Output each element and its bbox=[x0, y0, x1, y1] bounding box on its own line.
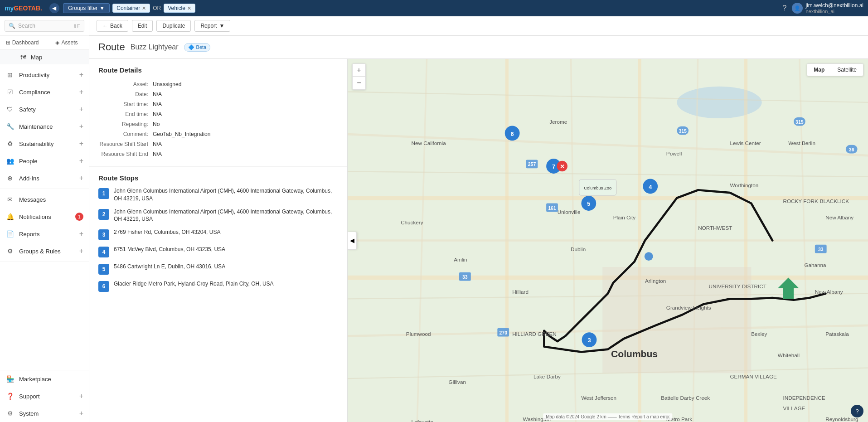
notifications-icon: 🔔 bbox=[5, 212, 15, 221]
sidebar-item-sustainability[interactable]: ♻ Sustainability + bbox=[0, 135, 89, 152]
svg-text:GERMAN VILLAGE: GERMAN VILLAGE bbox=[730, 373, 777, 379]
field-value: N/A bbox=[153, 139, 338, 149]
compliance-label: Compliance bbox=[19, 89, 79, 96]
report-button[interactable]: Report ▼ bbox=[194, 20, 230, 32]
svg-text:5: 5 bbox=[587, 200, 590, 207]
sidebar-item-groups-rules[interactable]: ⚙ Groups & Rules + bbox=[0, 243, 89, 260]
maintenance-plus-icon[interactable]: + bbox=[79, 122, 83, 131]
list-item: 1 John Glenn Columbus International Airp… bbox=[98, 187, 338, 203]
system-plus-icon[interactable]: + bbox=[79, 409, 83, 417]
edit-label: Edit bbox=[138, 23, 147, 29]
map-svg: 6 7 ✕ 4 5 bbox=[348, 59, 868, 422]
svg-text:Gahanna: Gahanna bbox=[804, 262, 826, 268]
safety-plus-icon[interactable]: + bbox=[79, 105, 83, 113]
stop-number: 5 bbox=[98, 264, 109, 275]
sidebar-collapse-button[interactable]: ◀ bbox=[49, 3, 59, 13]
dashboard-button[interactable]: ⊞ Dashboard bbox=[0, 36, 44, 49]
sidebar-item-marketplace[interactable]: 🏪 Marketplace bbox=[0, 370, 89, 388]
svg-text:Hilliard: Hilliard bbox=[512, 289, 529, 295]
map-container[interactable]: 6 7 ✕ 4 5 bbox=[348, 59, 868, 422]
sidebar-item-notifications[interactable]: 🔔 Notifications 1 bbox=[0, 208, 89, 225]
svg-text:Columbus: Columbus bbox=[611, 349, 658, 359]
nav-group-bottom: ✉ Messages 🔔 Notifications 1 📄 Reports +… bbox=[0, 189, 89, 262]
reports-plus-icon[interactable]: + bbox=[79, 230, 83, 238]
svg-text:Battelle Darby Creek: Battelle Darby Creek bbox=[661, 395, 710, 401]
svg-text:✕: ✕ bbox=[560, 163, 565, 170]
filter-group: Groups filter ▼ Container ✕ OR Vehicle ✕ bbox=[63, 3, 779, 13]
svg-text:Jerome: Jerome bbox=[549, 119, 567, 125]
svg-text:Columbus Zoo: Columbus Zoo bbox=[584, 186, 611, 190]
svg-text:Chuckery: Chuckery bbox=[401, 219, 423, 225]
svg-text:New Albany: New Albany bbox=[815, 289, 843, 295]
field-label: Asset: bbox=[98, 79, 153, 89]
vehicle-filter-close-icon[interactable]: ✕ bbox=[187, 5, 191, 11]
field-value: N/A bbox=[153, 149, 338, 159]
stop-number: 6 bbox=[98, 281, 109, 292]
satellite-view-button[interactable]: Satellite bbox=[831, 64, 863, 76]
sidebar-item-reports[interactable]: 📄 Reports + bbox=[0, 225, 89, 243]
zoom-out-button[interactable]: − bbox=[353, 77, 365, 89]
search-shortcut: ⇧F bbox=[73, 23, 80, 29]
notifications-badge: 1 bbox=[75, 213, 83, 221]
collapse-panel-button[interactable]: ◀ bbox=[348, 232, 357, 250]
system-label: System bbox=[19, 410, 79, 417]
field-value: No bbox=[153, 119, 338, 129]
svg-text:257: 257 bbox=[528, 162, 536, 167]
user-org: nextbillion_ai bbox=[805, 9, 863, 14]
messages-icon: ✉ bbox=[5, 195, 15, 204]
groups-filter-button[interactable]: Groups filter ▼ bbox=[63, 3, 110, 13]
add-ins-plus-icon[interactable]: + bbox=[79, 174, 83, 182]
sidebar-item-maintenance[interactable]: 🔧 Maintenance + bbox=[0, 118, 89, 135]
sidebar-item-productivity[interactable]: ⊞ Productivity + bbox=[0, 66, 89, 83]
sidebar-item-support[interactable]: ❓ Support + bbox=[0, 388, 89, 405]
support-icon: ❓ bbox=[5, 392, 15, 401]
back-button[interactable]: ← Back bbox=[97, 20, 128, 32]
groups-rules-plus-icon[interactable]: + bbox=[79, 247, 83, 255]
support-plus-icon[interactable]: + bbox=[79, 392, 83, 400]
svg-text:Amlin: Amlin bbox=[454, 257, 467, 262]
duplicate-button[interactable]: Duplicate bbox=[156, 20, 191, 32]
assets-button[interactable]: ◈ Assets bbox=[44, 36, 89, 49]
compliance-plus-icon[interactable]: + bbox=[79, 88, 83, 96]
split-view: Route Details Asset: Unassigned Date: N/… bbox=[89, 59, 868, 422]
container-filter-close-icon[interactable]: ✕ bbox=[142, 5, 146, 11]
safety-label: Safety bbox=[19, 106, 79, 113]
maintenance-icon: 🔧 bbox=[5, 122, 15, 131]
vehicle-filter-tag: Vehicle ✕ bbox=[164, 4, 195, 13]
field-value: N/A bbox=[153, 99, 338, 109]
svg-text:NORTHWEST: NORTHWEST bbox=[698, 225, 732, 231]
sidebar-item-system[interactable]: ⚙ System + bbox=[0, 405, 89, 422]
field-label: Date: bbox=[98, 89, 153, 99]
svg-text:270: 270 bbox=[499, 330, 507, 335]
reports-label: Reports bbox=[19, 231, 79, 238]
sustainability-plus-icon[interactable]: + bbox=[79, 140, 83, 148]
dashboard-assets-row: ⊞ Dashboard ◈ Assets bbox=[0, 36, 89, 50]
svg-text:161: 161 bbox=[548, 205, 556, 211]
help-button[interactable]: ? bbox=[783, 4, 787, 12]
nav-group-main: ⊞ Productivity + ☑ Compliance + 🛡 Safety… bbox=[0, 64, 89, 189]
search-input[interactable]: 🔍 Search ⇧F bbox=[5, 20, 84, 32]
sidebar-item-add-ins[interactable]: ⊕ Add-Ins + bbox=[0, 170, 89, 187]
zoom-in-button[interactable]: + bbox=[353, 64, 365, 77]
page-title: Route bbox=[98, 41, 125, 53]
edit-button[interactable]: Edit bbox=[132, 20, 153, 32]
map-view-button[interactable]: Map bbox=[807, 64, 831, 76]
people-plus-icon[interactable]: + bbox=[79, 157, 83, 165]
sidebar-search-container: 🔍 Search ⇧F bbox=[0, 16, 89, 36]
sidebar-item-people[interactable]: 👥 People + bbox=[0, 152, 89, 170]
sidebar-item-safety[interactable]: 🛡 Safety + bbox=[0, 101, 89, 118]
map-zoom-controls: + − bbox=[352, 63, 366, 90]
svg-text:VILLAGE: VILLAGE bbox=[783, 405, 805, 411]
user-info: 👤 jim.welch@nextbillion.ai nextbillion_a… bbox=[792, 2, 863, 14]
svg-text:Pataskala: Pataskala bbox=[825, 331, 849, 337]
productivity-plus-icon[interactable]: + bbox=[79, 71, 83, 79]
sidebar-item-map[interactable]: 🗺 Map bbox=[0, 50, 89, 64]
svg-text:UNIVERSITY DISTRICT: UNIVERSITY DISTRICT bbox=[709, 283, 766, 289]
dashboard-label: Dashboard bbox=[12, 39, 39, 46]
vehicle-filter-label: Vehicle bbox=[168, 5, 185, 11]
field-value: N/A bbox=[153, 89, 338, 99]
stop-address: 5486 Cartwright Ln E, Dublin, OH 43016, … bbox=[114, 263, 225, 271]
map-help-button[interactable]: ? bbox=[851, 405, 863, 417]
sidebar-item-messages[interactable]: ✉ Messages bbox=[0, 191, 89, 208]
sidebar-item-compliance[interactable]: ☑ Compliance + bbox=[0, 83, 89, 101]
